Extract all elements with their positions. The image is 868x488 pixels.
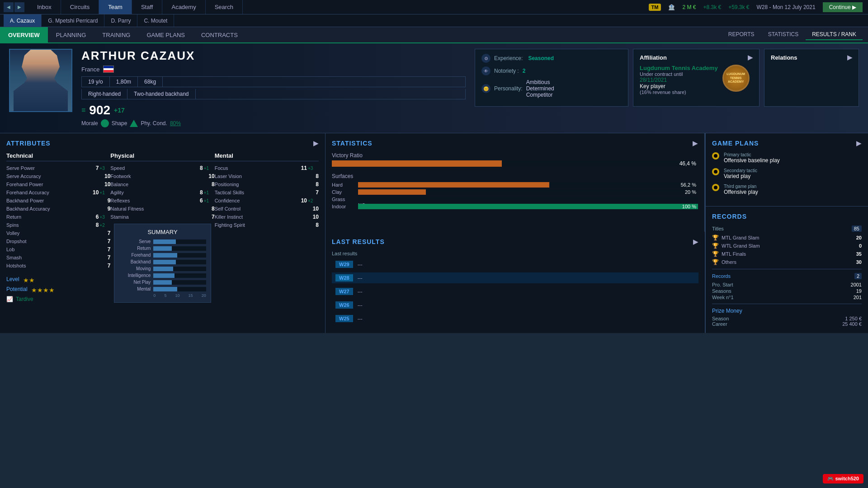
sub-nav-reports[interactable]: REPORTS xyxy=(722,29,761,40)
player-tab-parry[interactable]: D. Parry xyxy=(104,14,137,27)
mental-title: Mental xyxy=(215,152,319,161)
nav-tab-staff[interactable]: Staff xyxy=(132,0,163,14)
chart-row-moving: Moving xyxy=(119,266,206,271)
tactic-third-icon xyxy=(712,184,719,191)
attr-nat-fitness: Natural Fitness 8 xyxy=(110,206,214,212)
affiliation-expand-btn[interactable]: ▶ xyxy=(748,54,753,61)
phys-cond-value[interactable]: 80% xyxy=(170,120,181,127)
attr-balance-name: Balance xyxy=(110,182,205,187)
attributes-expand-btn[interactable]: ▶ xyxy=(313,140,319,147)
prize-season-label: Season xyxy=(712,316,729,321)
attr-balance-val: 8 xyxy=(206,181,215,188)
attr-return-name: Return xyxy=(6,214,90,220)
attr-fh-acc-delta: +1 xyxy=(99,190,110,195)
attr-serve-power-delta: +3 xyxy=(99,166,110,171)
top-nav: ◀ ▶ Inbox Circuits Team Staff Academy Se… xyxy=(0,0,868,14)
surface-clay-bar-container: 20 % xyxy=(358,189,698,195)
chart-label-netplay: Net Play xyxy=(119,280,151,285)
experience-label: Experience: xyxy=(494,55,523,61)
summary-title: SUMMARY xyxy=(119,229,206,235)
level-section: Level ★★ Potential ★★★★ 📈 Tardive xyxy=(6,276,110,302)
personality-label: Personality: xyxy=(494,85,523,92)
nav-tab-inbox[interactable]: Inbox xyxy=(28,0,61,14)
nav-right: TM 🏦 2 M € +8.3k € +59.3k € W28 - Mon 12… xyxy=(643,2,868,12)
game-plans-title: GAME PLANS ▶ xyxy=(712,140,862,147)
affiliation-title: Affiliation ▶ xyxy=(640,54,753,61)
morale-icon xyxy=(101,119,109,127)
sub-nav-overview[interactable]: OVERVIEW xyxy=(0,27,48,42)
statistics-expand-btn[interactable]: ▶ xyxy=(693,140,698,147)
attr-self-control-name: Self Control xyxy=(215,206,310,211)
last-results-title-text: LAST RESULTS xyxy=(332,238,385,245)
surface-hard: Hard 56,2 % xyxy=(332,182,698,188)
player-weight: 68kg xyxy=(138,77,163,87)
record-others: 🏆 Others 30 xyxy=(712,259,862,265)
personality-line-0: Ambitious xyxy=(526,79,554,85)
game-plans-expand-btn[interactable]: ▶ xyxy=(856,140,862,147)
player-tab-moutet[interactable]: C. Moutet xyxy=(137,14,174,27)
attr-bh-power-name: Backhand Power xyxy=(6,198,101,203)
attr-bh-acc-name: Backhand Accuracy xyxy=(6,206,101,211)
game-plans-title-text: GAME PLANS xyxy=(712,140,759,147)
money-delta2: +59.3k € xyxy=(728,4,749,10)
player-country: France xyxy=(81,66,466,73)
tactic-secondary-type: Secondary tactic xyxy=(724,168,862,173)
sub-nav-gameplans[interactable]: GAME PLANS xyxy=(138,27,193,42)
attr-fh-power: Forehand Power 10 xyxy=(6,181,110,188)
sub-nav-results[interactable]: RESULTS / RANK xyxy=(806,29,863,40)
record-val-0: 20 xyxy=(856,235,862,240)
sub-nav-contracts[interactable]: CONTRACTS xyxy=(193,27,246,42)
chart-row-mental: Mental xyxy=(119,286,206,291)
game-plans-panel: GAME PLANS ▶ Primary tactic Offensive ba… xyxy=(706,133,868,206)
axis-0: 0 xyxy=(153,293,156,298)
surface-grass-name: Grass xyxy=(332,197,354,202)
relations-expand-btn[interactable]: ▶ xyxy=(847,54,852,61)
attributes-panel: ATTRIBUTES ▶ Technical Serve Power 7 +3 … xyxy=(0,133,326,333)
player-tab-mpetshi[interactable]: G. Mpetshi Perricard xyxy=(42,14,104,27)
physical-title: Physical xyxy=(110,152,214,161)
seasons-row: Seasons 19 xyxy=(712,288,862,294)
potential-stars: ★★★★ xyxy=(31,286,55,294)
attr-self-control: Self Control 10 xyxy=(215,206,319,212)
player-silhouette xyxy=(14,49,68,111)
player-info: ARTHUR CAZAUX France 19 y/o 1,80m 68kg R… xyxy=(81,49,466,127)
back-button[interactable]: ◀ xyxy=(4,2,14,12)
sub-nav-planning[interactable]: PLANNING xyxy=(48,27,94,42)
continue-button[interactable]: Continue ▶ xyxy=(823,2,863,12)
chart-label-serve: Serve xyxy=(119,239,151,244)
tactic-third-type: Third game plan xyxy=(724,184,862,189)
nav-tab-team[interactable]: Team xyxy=(99,0,132,14)
attr-confidence-delta: +2 xyxy=(308,198,319,203)
chart-bar-mental-container xyxy=(153,287,206,291)
tardive-row: 📈 Tardive xyxy=(6,296,110,302)
affiliation-panel: Affiliation ▶ Lugdunum Tennis Academy Un… xyxy=(633,49,760,107)
attributes-title: ATTRIBUTES ▶ xyxy=(6,140,319,147)
result-detail-w28: --- xyxy=(358,275,363,281)
chart-label-forehand: Forehand xyxy=(119,253,151,258)
last-results-expand-btn[interactable]: ▶ xyxy=(693,238,698,245)
sub-nav-training[interactable]: TRAINING xyxy=(94,27,138,42)
affiliation-revenue: (16% revenue share) xyxy=(640,89,718,95)
attr-speed-delta: +1 xyxy=(204,166,215,171)
attr-agility-delta: +1 xyxy=(204,190,215,195)
sub-nav-right: REPORTS STATISTICS RESULTS / RANK xyxy=(717,29,868,40)
nav-tab-academy[interactable]: Academy xyxy=(162,0,205,14)
phys-cond-label: Phy. Cond. xyxy=(141,120,167,127)
attr-footwork-val: 10 xyxy=(206,173,215,179)
nav-tab-search[interactable]: Search xyxy=(206,0,243,14)
nintendo-icon: 🎮 xyxy=(827,476,834,481)
attr-laser-name: Laser Vision xyxy=(215,174,310,179)
player-tab-cazaux[interactable]: A. Cazaux xyxy=(4,14,42,27)
attr-return: Return 6 +3 xyxy=(6,214,110,220)
attr-spins: Spins 8 +2 xyxy=(6,222,110,228)
nav-tab-circuits[interactable]: Circuits xyxy=(61,0,99,14)
attr-laser-val: 8 xyxy=(310,173,319,179)
player-header: ARTHUR CAZAUX France 19 y/o 1,80m 68kg R… xyxy=(0,43,868,133)
record-name-0: MTL Grand Slam xyxy=(722,235,854,240)
sub-nav: OVERVIEW PLANNING TRAINING GAME PLANS CO… xyxy=(0,27,868,43)
sub-nav-statistics[interactable]: STATISTICS xyxy=(762,29,805,40)
statistics-title: STATISTICS ▶ xyxy=(332,140,698,147)
attr-positioning-name: Positioning xyxy=(215,182,310,187)
chart-bar-moving-container xyxy=(153,267,206,271)
forward-button[interactable]: ▶ xyxy=(14,2,24,12)
